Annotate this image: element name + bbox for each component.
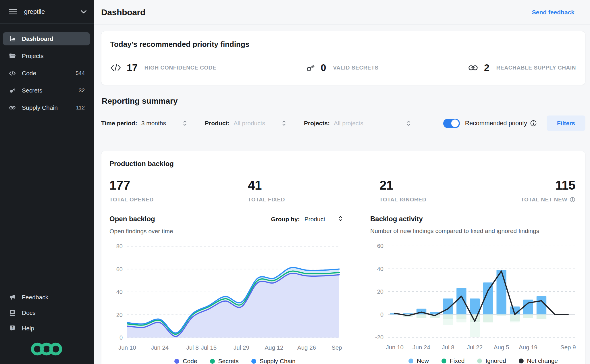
svg-text:Sep 9: Sep 9 [560,344,576,350]
sidebar-item-label: Docs [22,309,85,316]
sidebar-item-projects[interactable]: Projects [3,49,90,63]
send-feedback-link[interactable]: Send feedback [532,9,574,16]
supply-chain-count-badge: 112 [76,105,85,111]
filter-value: 3 months [141,120,166,127]
stat-value: 115 [500,178,575,192]
select-chevrons-icon[interactable] [282,120,286,127]
info-icon[interactable] [570,197,575,203]
open-backlog-legend: CodeSecretsSupply Chain [109,358,343,364]
stat-label: REACHABLE SUPPLY CHAIN [496,65,576,71]
secrets-count-badge: 32 [79,87,85,94]
select-chevrons-icon[interactable] [338,215,343,223]
stat-label: TOTAL OPENED [109,197,154,203]
code-icon [110,63,122,73]
legend-label: Fixed [450,357,464,364]
projects-select[interactable]: Projects: All projects [304,120,411,127]
legend-dot [441,359,446,363]
legend-item[interactable]: Supply Chain [251,358,296,364]
priority-findings-card: Today's recommended priority findings 17… [101,31,585,85]
backlog-activity-panel: Backlog activity Number of new findings … [370,215,578,364]
reporting-summary-title: Reporting summary [102,97,585,106]
help-bubble-icon: ? [9,325,16,332]
filter-label: Projects: [304,120,330,127]
stat-value: 0 [321,62,326,73]
svg-text:40: 40 [377,266,383,272]
svg-text:Jun 24: Jun 24 [151,344,169,351]
recommended-priority-toggle[interactable] [443,119,460,128]
sidebar-item-label: Help [22,325,85,332]
sidebar-item-label: Projects [22,53,85,59]
legend-dot [174,359,179,364]
svg-text:Sep 9: Sep 9 [331,344,343,351]
megaphone-icon [9,294,16,301]
svg-text:60: 60 [116,266,123,272]
stat-reachable-supply-chain[interactable]: 2 REACHABLE SUPPLY CHAIN [467,62,576,73]
stat-label: HIGH CONFIDENCE CODE [144,65,217,71]
chain-icon [467,63,479,72]
filter-value: All projects [334,120,363,127]
priority-card-title: Today's recommended priority findings [110,40,576,49]
folder-icon [9,53,16,59]
select-chevrons-icon[interactable] [183,120,187,127]
sidebar-item-secrets[interactable]: Secrets 32 [3,84,90,97]
group-by-select[interactable]: Group by: Product [271,215,343,223]
page-title: Dashboard [101,7,145,17]
time-period-select[interactable]: Time period: 3 months [101,120,187,127]
book-icon [9,309,16,316]
open-backlog-panel: Open backlog Group by: Product Open find… [109,215,343,364]
sidebar: greptile Dashboard Projects [0,0,94,364]
legend-item[interactable]: Code [174,358,197,364]
legend-dot [210,359,215,364]
stat-label: VALID SECRETS [333,65,378,71]
svg-text:20: 20 [377,288,383,295]
stat-value: 21 [379,178,500,192]
legend-item[interactable]: Ignored [477,357,506,364]
product-select[interactable]: Product: All products [205,120,286,127]
code-count-badge: 544 [76,70,85,76]
charts-row: Open backlog Group by: Product Open find… [109,215,575,364]
sidebar-item-code[interactable]: Code 544 [3,67,90,80]
filter-value: All products [234,120,265,127]
svg-text:Aug 5: Aug 5 [494,344,509,350]
sidebar-nav: Dashboard Projects Code 544 Secrets [0,24,94,291]
dashboard-chart-icon [9,35,16,42]
filter-label: Product: [205,120,230,127]
sidebar-item-help[interactable]: ? Help [3,322,90,335]
backlog-activity-title: Backlog activity [370,215,423,223]
stat-value: 177 [109,178,248,192]
svg-text:Jun 24: Jun 24 [412,344,430,350]
sidebar-item-feedback[interactable]: Feedback [3,291,90,304]
org-switcher[interactable]: greptile [0,0,94,24]
svg-text:Jul 29: Jul 29 [234,344,249,351]
stat-high-confidence-code[interactable]: 17 HIGH CONFIDENCE CODE [110,62,216,73]
svg-text:Jul 8: Jul 8 [442,344,454,350]
stat-total-opened: 177 TOTAL OPENED [109,178,248,203]
main-area: Dashboard Send feedback Today's recommen… [94,0,590,364]
group-by-value: Product [304,216,325,223]
select-chevrons-icon[interactable] [406,120,411,127]
filters-button[interactable]: Filters [547,115,585,131]
legend-item[interactable]: Secrets [210,358,239,364]
legend-item[interactable]: Net change [519,357,558,364]
svg-text:Jul 8: Jul 8 [186,344,198,351]
open-backlog-chart: 020406080Jun 10Jun 24Jul 8Jul 15Jul 29Au… [109,241,343,354]
stat-valid-secrets[interactable]: 0 VALID SECRETS [305,62,379,73]
legend-item[interactable]: Fixed [441,357,464,364]
chevron-down-icon[interactable] [80,10,87,14]
sidebar-item-supply-chain[interactable]: Supply Chain 112 [3,101,90,114]
svg-text:Jun 10: Jun 10 [118,344,136,351]
backlog-activity-legend: NewFixedIgnoredNet change [370,357,578,364]
sidebar-item-dashboard[interactable]: Dashboard [3,32,90,45]
sidebar-item-docs[interactable]: Docs [3,307,90,319]
svg-text:Aug 19: Aug 19 [519,344,537,350]
svg-text:0: 0 [119,334,123,341]
svg-text:20: 20 [116,312,123,318]
svg-text:80: 80 [116,243,123,249]
filter-label: Time period: [101,120,137,127]
priority-stats-row: 17 HIGH CONFIDENCE CODE 0 VALID SECRETS [110,62,576,73]
legend-item[interactable]: New [408,357,429,364]
info-icon[interactable] [530,120,537,127]
hamburger-menu-icon[interactable] [9,8,17,15]
legend-dot [251,359,256,364]
legend-label: Ignored [485,357,506,364]
